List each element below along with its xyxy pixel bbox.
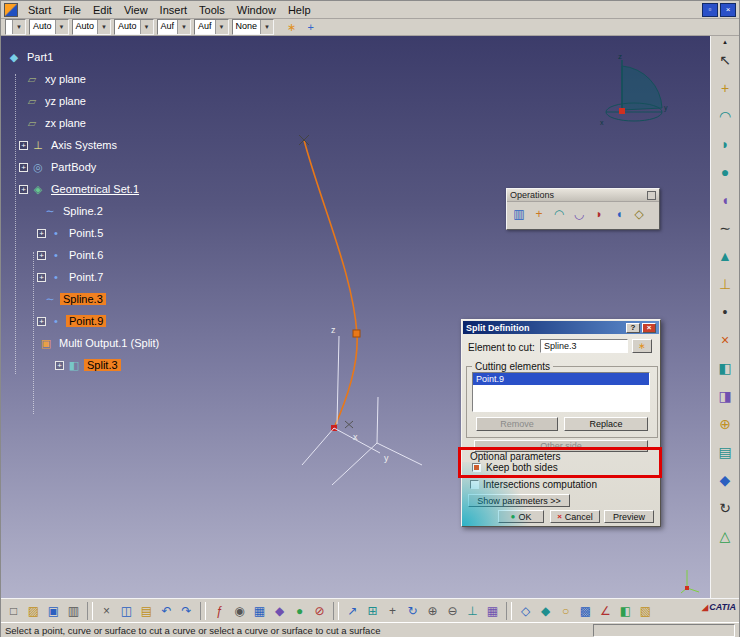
- tree-node-label[interactable]: Axis Systems: [48, 139, 120, 151]
- tree-node-label[interactable]: Point.6: [66, 249, 106, 261]
- cutting-element-row[interactable]: Point.9: [473, 373, 649, 385]
- redo-icon[interactable]: ↷: [177, 601, 196, 620]
- tree-node-label[interactable]: Spline.3: [60, 293, 106, 305]
- measure-icon[interactable]: ∠: [596, 601, 615, 620]
- tree-node-label[interactable]: Multi Output.1 (Split): [56, 337, 162, 349]
- paste-icon[interactable]: ▤: [137, 601, 156, 620]
- tree-item[interactable]: + ▱ yz plane: [5, 90, 255, 112]
- shaded-icon[interactable]: ◆: [536, 601, 555, 620]
- spline-icon[interactable]: ∼: [714, 214, 736, 242]
- curve-smooth-icon[interactable]: ◠: [550, 205, 568, 223]
- property-combo[interactable]: None ▼: [232, 19, 275, 35]
- expand-plus-icon[interactable]: +: [37, 317, 46, 326]
- expand-plus-icon[interactable]: +: [19, 185, 28, 194]
- fit-all-icon[interactable]: ⊞: [363, 601, 382, 620]
- menu-item[interactable]: Tools: [193, 3, 231, 17]
- chevron-down-icon[interactable]: ▼: [260, 20, 273, 34]
- grid-icon[interactable]: ▩: [576, 601, 595, 620]
- cut-icon[interactable]: ×: [97, 601, 116, 620]
- rotate-tool-icon[interactable]: ↻: [714, 494, 736, 522]
- compass[interactable]: z y x: [596, 50, 696, 130]
- tree-node-label[interactable]: zx plane: [42, 117, 89, 129]
- tree-node-label[interactable]: Point.7: [66, 271, 106, 283]
- new-document-icon[interactable]: □: [4, 601, 23, 620]
- print-icon[interactable]: ▥: [64, 601, 83, 620]
- projection-icon[interactable]: •: [714, 298, 736, 326]
- expand-plus-icon[interactable]: +: [37, 273, 46, 282]
- open-icon[interactable]: ▨: [24, 601, 43, 620]
- tree-item[interactable]: + ∼ Spline.3: [5, 288, 255, 310]
- rules-icon[interactable]: ⊘: [310, 601, 329, 620]
- table-icon[interactable]: ▦: [250, 601, 269, 620]
- normal-view-icon[interactable]: ⊥: [463, 601, 482, 620]
- healing-icon[interactable]: +: [530, 205, 548, 223]
- globe-icon[interactable]: ●: [290, 601, 309, 620]
- expand-plus-icon[interactable]: +: [19, 163, 28, 172]
- tree-item[interactable]: + ◆ Part1: [5, 46, 255, 68]
- tree-item[interactable]: + ⊥ Axis Systems: [5, 134, 255, 156]
- zoom-in-icon[interactable]: ⊕: [423, 601, 442, 620]
- intersections-checkbox[interactable]: [470, 480, 479, 489]
- property-combo[interactable]: ▼: [5, 19, 26, 35]
- menu-item[interactable]: Window: [231, 3, 282, 17]
- toolbar-scroll-arrow[interactable]: ▴: [723, 37, 727, 46]
- tree-node-label[interactable]: Split.3: [84, 359, 121, 371]
- property-combo[interactable]: Auto ▼: [114, 19, 154, 35]
- painter-icon[interactable]: +: [302, 20, 319, 35]
- divider[interactable]: [87, 602, 93, 620]
- wireframe-icon[interactable]: ◇: [516, 601, 535, 620]
- plane-icon[interactable]: ⊥: [714, 270, 736, 298]
- multi-view-icon[interactable]: ▦: [483, 601, 502, 620]
- chevron-down-icon[interactable]: ▼: [55, 20, 68, 34]
- menu-item[interactable]: Help: [282, 3, 317, 17]
- tree-node-label[interactable]: PartBody: [48, 161, 99, 173]
- chevron-down-icon[interactable]: ▼: [215, 20, 228, 34]
- field-selector-icon[interactable]: ∗: [632, 339, 652, 353]
- fly-icon[interactable]: ↗: [343, 601, 362, 620]
- dialog-titlebar[interactable]: Split Definition ? ×: [463, 321, 659, 334]
- join-icon[interactable]: ▥: [510, 205, 528, 223]
- tree-node-label[interactable]: Point.9: [66, 315, 106, 327]
- property-combo[interactable]: Auf ▼: [157, 19, 192, 35]
- expand-plus-icon[interactable]: +: [37, 251, 46, 260]
- property-combo[interactable]: Auto ▼: [29, 19, 69, 35]
- tree-node-label[interactable]: Point.5: [66, 227, 106, 239]
- help-icon[interactable]: ?: [626, 323, 640, 333]
- split-icon[interactable]: ◗: [590, 205, 608, 223]
- tree-item[interactable]: + ◈ Geometrical Set.1: [5, 178, 255, 200]
- expand-plus-icon[interactable]: +: [55, 361, 64, 370]
- eye-icon[interactable]: ◉: [230, 601, 249, 620]
- tree-node-label[interactable]: yz plane: [42, 95, 89, 107]
- tree-item[interactable]: + ∼ Spline.2: [5, 200, 255, 222]
- pan-icon[interactable]: +: [383, 601, 402, 620]
- close-icon[interactable]: ×: [642, 323, 656, 333]
- divider[interactable]: [333, 602, 339, 620]
- menu-item[interactable]: View: [118, 3, 154, 17]
- tree-item[interactable]: + • Point.7: [5, 266, 255, 288]
- menu-item[interactable]: File: [57, 3, 87, 17]
- tree-node-label[interactable]: Geometrical Set.1: [48, 183, 142, 195]
- expand-plus-icon[interactable]: +: [37, 229, 46, 238]
- property-combo[interactable]: Auf ▼: [194, 19, 229, 35]
- boundary-icon[interactable]: ◇: [630, 205, 648, 223]
- divider[interactable]: [506, 602, 512, 620]
- chevron-down-icon[interactable]: ▼: [97, 20, 110, 34]
- keep-both-sides-checkbox[interactable]: [472, 463, 481, 472]
- cursor-icon[interactable]: ↖: [714, 46, 736, 74]
- operations-titlebar[interactable]: Operations: [507, 189, 659, 202]
- graphic-properties-wizard-icon[interactable]: ∗: [283, 20, 300, 35]
- tree-item[interactable]: + ▱ xy plane: [5, 68, 255, 90]
- chevron-down-icon[interactable]: ▼: [177, 20, 190, 34]
- preview-button[interactable]: Preview: [604, 510, 654, 523]
- show-parameters-button[interactable]: Show parameters >>: [468, 494, 570, 507]
- tree-node-label[interactable]: Part1: [24, 51, 56, 63]
- extract-icon[interactable]: ▤: [714, 438, 736, 466]
- untrim-icon[interactable]: ◡: [570, 205, 588, 223]
- point-icon[interactable]: +: [714, 74, 736, 102]
- trim-icon[interactable]: ◨: [714, 382, 736, 410]
- document-restore-icon[interactable]: ▫: [702, 3, 718, 17]
- boundary-icon[interactable]: ⊕: [714, 410, 736, 438]
- trim-icon[interactable]: ◖: [610, 205, 628, 223]
- tree-node-label[interactable]: Spline.2: [60, 205, 106, 217]
- revolve-icon[interactable]: ●: [714, 158, 736, 186]
